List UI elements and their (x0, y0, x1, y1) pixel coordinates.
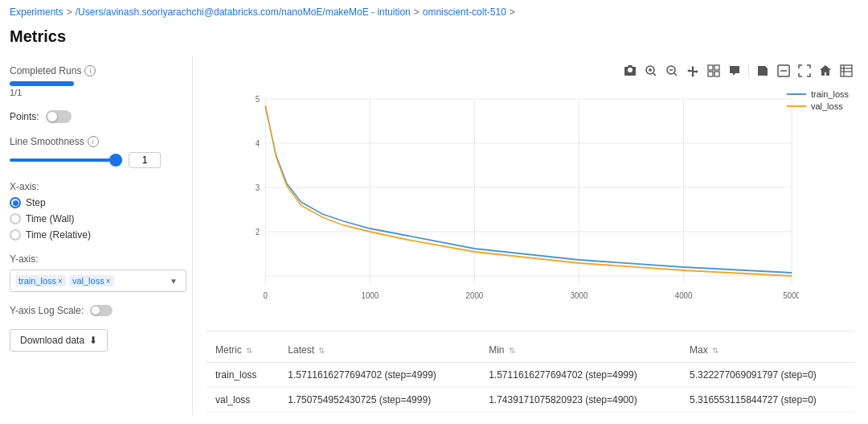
legend-val-loss-line (787, 105, 806, 107)
chart-legend: train_loss val_loss (787, 89, 849, 113)
svg-text:2: 2 (256, 227, 260, 237)
table-cell-latest: 1.750754952430725 (step=4999) (278, 388, 479, 413)
table-cell-min: 1.5711616277694702 (step=4999) (479, 363, 680, 388)
table-header: Metric ⇅ Latest ⇅ Min ⇅ Max (206, 338, 855, 363)
chart-wrapper: train_loss val_loss (206, 83, 855, 324)
xaxis-step-label: Step (26, 197, 46, 208)
completed-runs-section: Completed Runs i 1/1 (10, 65, 182, 97)
toolbar-data-btn[interactable] (837, 62, 855, 80)
svg-text:3: 3 (256, 183, 260, 192)
metric-sort-icon: ⇅ (246, 346, 252, 355)
yaxis-label: Y-axis: (10, 253, 182, 265)
log-scale-row: Y-axis Log Scale: (10, 305, 182, 316)
svg-line-3 (653, 73, 656, 76)
yaxis-section: Y-axis: train_loss × val_loss × ▼ (10, 253, 182, 292)
col-min[interactable]: Min ⇅ (479, 338, 680, 363)
toolbar-expand-btn[interactable] (796, 62, 813, 80)
page-title: Metrics (0, 24, 868, 56)
yaxis-select[interactable]: train_loss × val_loss × (10, 270, 186, 292)
svg-text:1000: 1000 (362, 290, 379, 300)
xaxis-relative-option[interactable]: Time (Relative) (10, 229, 182, 241)
completed-runs-value: 1/1 (10, 88, 182, 97)
xaxis-wall-label: Time (Wall) (26, 213, 74, 224)
svg-text:3000: 3000 (571, 290, 588, 300)
legend-val-loss: val_loss (787, 101, 849, 111)
completed-runs-label: Completed Runs i (10, 65, 182, 76)
download-icon: ⬇ (89, 335, 97, 346)
download-button[interactable]: Download data ⬇ (10, 329, 108, 352)
breadcrumb-path[interactable]: /Users/avinash.sooriyarachchi@databricks… (76, 6, 411, 18)
table-cell-metric: train_loss (206, 363, 278, 388)
yaxis-tag-train-loss-close[interactable]: × (58, 277, 63, 286)
toolbar-grid-btn[interactable] (705, 62, 723, 80)
log-scale-toggle-knob (92, 307, 100, 315)
toolbar-save-btn[interactable] (754, 62, 772, 80)
col-latest[interactable]: Latest ⇅ (278, 338, 479, 363)
xaxis-relative-radio[interactable] (10, 229, 21, 241)
yaxis-select-container: train_loss × val_loss × ▼ (10, 270, 182, 292)
col-metric[interactable]: Metric ⇅ (206, 338, 278, 363)
xaxis-section: X-axis: Step Time (Wall) Time (Relative) (10, 181, 182, 241)
yaxis-tag-val-loss: val_loss × (69, 275, 114, 286)
svg-text:4000: 4000 (675, 290, 693, 300)
table-body: train_loss1.5711616277694702 (step=4999)… (206, 363, 855, 413)
breadcrumb: Experiments > /Users/avinash.sooriyarach… (0, 0, 868, 24)
toolbar-minus-btn[interactable] (775, 62, 792, 80)
smoothness-info-icon[interactable]: i (88, 136, 99, 147)
toolbar-camera-btn[interactable] (621, 62, 639, 80)
svg-text:5000: 5000 (783, 290, 799, 300)
svg-rect-13 (841, 65, 852, 76)
latest-sort-icon: ⇅ (318, 346, 325, 355)
col-max[interactable]: Max ⇅ (680, 338, 855, 363)
toolbar-pan-btn[interactable] (684, 62, 702, 80)
xaxis-relative-label: Time (Relative) (26, 229, 91, 241)
table-cell-metric: val_loss (206, 388, 278, 413)
metrics-chart[interactable]: 5 4 3 2 0 1000 2000 3000 4000 5000 (230, 83, 799, 324)
breadcrumb-sep2: > (414, 6, 420, 18)
xaxis-label: X-axis: (10, 181, 182, 192)
smoothness-value-input[interactable] (129, 152, 161, 168)
table-header-row: Metric ⇅ Latest ⇅ Min ⇅ Max (206, 338, 855, 363)
points-toggle-knob (47, 112, 57, 121)
xaxis-step-option[interactable]: Step (10, 197, 182, 208)
svg-rect-9 (708, 72, 713, 76)
log-scale-toggle[interactable] (90, 305, 113, 316)
yaxis-tag-train-loss: train_loss × (15, 275, 66, 286)
completed-runs-progress-bar (10, 81, 74, 86)
max-sort-icon: ⇅ (712, 346, 719, 355)
legend-val-loss-label: val_loss (811, 101, 843, 111)
xaxis-step-radio[interactable] (10, 197, 21, 208)
chart-area: train_loss val_loss (193, 56, 868, 415)
xaxis-radio-group: Step Time (Wall) Time (Relative) (10, 197, 182, 241)
legend-train-loss-label: train_loss (811, 89, 849, 99)
table-cell-min: 1.7439171075820923 (step=4900) (479, 388, 680, 413)
breadcrumb-sep3: > (510, 6, 515, 18)
points-toggle[interactable] (46, 110, 72, 123)
train-loss-line (265, 107, 792, 273)
yaxis-tag-val-loss-close[interactable]: × (106, 277, 111, 286)
legend-train-loss: train_loss (787, 89, 849, 99)
xaxis-wall-option[interactable]: Time (Wall) (10, 213, 182, 224)
legend-train-loss-line (787, 93, 806, 95)
toolbar-zoom-in-btn[interactable] (642, 62, 660, 80)
toolbar-zoom-out-btn[interactable] (663, 62, 681, 80)
points-section: Points: (10, 110, 182, 123)
completed-runs-info-icon[interactable]: i (84, 65, 96, 76)
smoothness-section: Line Smoothness i (10, 136, 182, 168)
smoothness-slider[interactable] (10, 158, 122, 162)
breadcrumb-experiments[interactable]: Experiments (10, 6, 63, 18)
svg-text:5: 5 (256, 94, 260, 104)
chart-toolbar (206, 62, 855, 80)
toolbar-comment-btn[interactable] (726, 62, 743, 80)
breadcrumb-run[interactable]: omniscient-colt-510 (423, 6, 506, 18)
svg-rect-8 (714, 65, 719, 70)
toolbar-sep1 (748, 64, 749, 77)
table-cell-max: 5.316553115844727 (step=0) (680, 388, 855, 413)
breadcrumb-sep1: > (67, 6, 72, 18)
svg-text:0: 0 (264, 290, 268, 300)
xaxis-wall-radio[interactable] (10, 213, 21, 224)
toolbar-home-btn[interactable] (817, 62, 834, 80)
svg-rect-7 (708, 65, 713, 70)
svg-text:4: 4 (256, 138, 260, 148)
svg-rect-10 (714, 72, 719, 76)
